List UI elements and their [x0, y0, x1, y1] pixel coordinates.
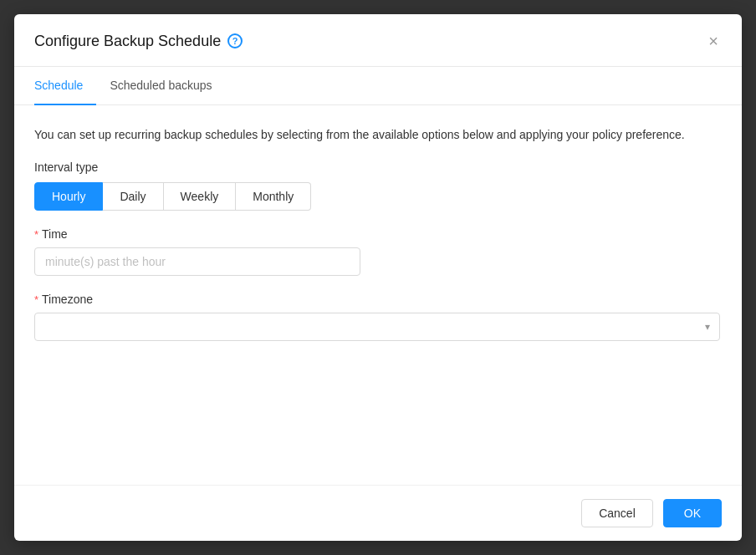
interval-btn-weekly[interactable]: Weekly: [164, 182, 237, 211]
tab-scheduled-backups[interactable]: Scheduled backups: [96, 67, 225, 105]
dialog-header: Configure Backup Schedule ? ×: [14, 14, 742, 67]
interval-type-label: Interval type: [34, 160, 722, 174]
configure-backup-dialog: Configure Backup Schedule ? × Schedule S…: [14, 14, 742, 541]
tab-schedule[interactable]: Schedule: [34, 67, 96, 105]
time-input[interactable]: [34, 247, 360, 276]
title-area: Configure Backup Schedule ?: [34, 33, 243, 50]
ok-button[interactable]: OK: [663, 499, 722, 527]
timezone-label: Timezone: [42, 293, 93, 306]
close-button[interactable]: ×: [705, 29, 722, 53]
description-text: You can set up recurring backup schedule…: [34, 125, 722, 144]
cancel-button[interactable]: Cancel: [581, 499, 653, 527]
time-field-label-container: * Time: [34, 227, 722, 241]
timezone-select-wrapper: ▾: [34, 313, 720, 341]
interval-btn-hourly[interactable]: Hourly: [34, 182, 103, 211]
interval-btn-monthly[interactable]: Monthly: [236, 182, 311, 211]
timezone-select[interactable]: [34, 313, 720, 341]
help-icon[interactable]: ?: [227, 33, 243, 48]
timezone-required-star: *: [34, 293, 38, 306]
tabs-container: Schedule Scheduled backups: [14, 67, 742, 105]
dialog-title: Configure Backup Schedule: [34, 33, 221, 50]
timezone-field: * Timezone ▾: [34, 293, 722, 341]
dialog-body: You can set up recurring backup schedule…: [14, 105, 742, 485]
time-required-star: *: [34, 228, 38, 241]
timezone-field-label-container: * Timezone: [34, 293, 722, 306]
interval-buttons-group: Hourly Daily Weekly Monthly: [34, 182, 722, 211]
dialog-footer: Cancel OK: [14, 485, 742, 541]
time-label: Time: [42, 227, 68, 241]
interval-btn-daily[interactable]: Daily: [103, 182, 163, 211]
time-field: * Time: [34, 227, 722, 276]
